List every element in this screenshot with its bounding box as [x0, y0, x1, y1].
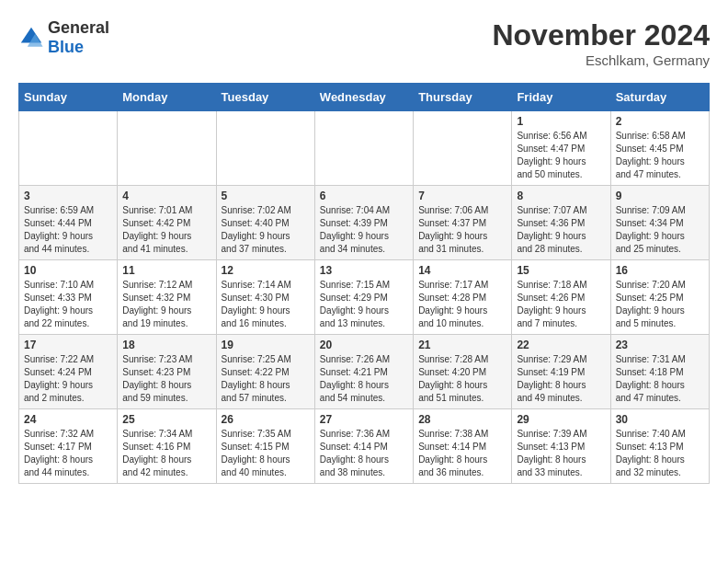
calendar-cell: 14Sunrise: 7:17 AM Sunset: 4:28 PM Dayli… [414, 260, 512, 335]
day-info: Sunrise: 7:01 AM Sunset: 4:42 PM Dayligh… [122, 204, 210, 256]
day-info: Sunrise: 7:09 AM Sunset: 4:34 PM Dayligh… [616, 204, 704, 256]
day-number: 14 [418, 264, 506, 277]
day-info: Sunrise: 7:34 AM Sunset: 4:16 PM Dayligh… [122, 428, 210, 479]
day-info: Sunrise: 7:36 AM Sunset: 4:14 PM Dayligh… [320, 428, 408, 479]
weekday-header-friday: Friday [512, 84, 610, 111]
day-info: Sunrise: 6:58 AM Sunset: 4:45 PM Dayligh… [616, 130, 704, 181]
weekday-header-sunday: Sunday [19, 84, 118, 111]
day-number: 8 [517, 190, 605, 202]
day-number: 25 [122, 413, 210, 426]
day-number: 9 [616, 190, 704, 202]
calendar-cell [19, 111, 118, 186]
day-info: Sunrise: 7:31 AM Sunset: 4:18 PM Dayligh… [616, 353, 704, 405]
day-number: 15 [517, 264, 605, 277]
day-info: Sunrise: 7:38 AM Sunset: 4:14 PM Dayligh… [418, 428, 506, 479]
day-number: 3 [24, 190, 112, 202]
calendar-cell: 7Sunrise: 7:06 AM Sunset: 4:37 PM Daylig… [414, 186, 512, 260]
day-number: 23 [616, 339, 704, 351]
day-number: 21 [418, 339, 506, 351]
day-info: Sunrise: 7:22 AM Sunset: 4:24 PM Dayligh… [24, 353, 112, 405]
weekday-header-thursday: Thursday [414, 84, 512, 111]
day-number: 19 [222, 339, 310, 351]
calendar-cell [314, 111, 413, 186]
calendar-cell [216, 111, 314, 186]
weekday-header-saturday: Saturday [610, 84, 709, 111]
calendar-cell: 28Sunrise: 7:38 AM Sunset: 4:14 PM Dayli… [414, 409, 512, 484]
calendar-table: SundayMondayTuesdayWednesdayThursdayFrid… [18, 83, 710, 484]
day-info: Sunrise: 6:56 AM Sunset: 4:47 PM Dayligh… [517, 130, 605, 181]
day-info: Sunrise: 6:59 AM Sunset: 4:44 PM Dayligh… [24, 204, 112, 256]
calendar-week-4: 17Sunrise: 7:22 AM Sunset: 4:24 PM Dayli… [19, 335, 710, 409]
day-number: 13 [320, 264, 408, 277]
day-info: Sunrise: 7:26 AM Sunset: 4:21 PM Dayligh… [320, 353, 408, 405]
calendar-cell: 15Sunrise: 7:18 AM Sunset: 4:26 PM Dayli… [512, 260, 610, 335]
day-info: Sunrise: 7:17 AM Sunset: 4:28 PM Dayligh… [418, 279, 506, 330]
logo: General Blue [18, 18, 109, 57]
calendar-cell: 27Sunrise: 7:36 AM Sunset: 4:14 PM Dayli… [314, 409, 413, 484]
day-number: 11 [122, 264, 210, 277]
calendar-cell: 6Sunrise: 7:04 AM Sunset: 4:39 PM Daylig… [314, 186, 413, 260]
calendar-cell: 23Sunrise: 7:31 AM Sunset: 4:18 PM Dayli… [610, 335, 709, 409]
day-info: Sunrise: 7:14 AM Sunset: 4:30 PM Dayligh… [222, 279, 310, 330]
calendar-cell: 20Sunrise: 7:26 AM Sunset: 4:21 PM Dayli… [314, 335, 413, 409]
day-info: Sunrise: 7:15 AM Sunset: 4:29 PM Dayligh… [320, 279, 408, 330]
day-info: Sunrise: 7:39 AM Sunset: 4:13 PM Dayligh… [517, 428, 605, 479]
day-number: 18 [122, 339, 210, 351]
day-number: 2 [616, 115, 704, 128]
day-info: Sunrise: 7:29 AM Sunset: 4:19 PM Dayligh… [517, 353, 605, 405]
calendar-cell: 2Sunrise: 6:58 AM Sunset: 4:45 PM Daylig… [610, 111, 709, 186]
calendar-week-2: 3Sunrise: 6:59 AM Sunset: 4:44 PM Daylig… [19, 186, 710, 260]
day-number: 20 [320, 339, 408, 351]
day-info: Sunrise: 7:18 AM Sunset: 4:26 PM Dayligh… [517, 279, 605, 330]
day-number: 28 [418, 413, 506, 426]
day-number: 26 [222, 413, 310, 426]
calendar-week-3: 10Sunrise: 7:10 AM Sunset: 4:33 PM Dayli… [19, 260, 710, 335]
day-number: 29 [517, 413, 605, 426]
month-title: November 2024 [492, 18, 710, 52]
location-text: Eschlkam, Germany [492, 52, 710, 68]
day-number: 16 [616, 264, 704, 277]
day-number: 22 [517, 339, 605, 351]
calendar-header-row: SundayMondayTuesdayWednesdayThursdayFrid… [19, 84, 710, 111]
calendar-cell: 17Sunrise: 7:22 AM Sunset: 4:24 PM Dayli… [19, 335, 118, 409]
day-number: 1 [517, 115, 605, 128]
calendar-cell [118, 111, 216, 186]
calendar-cell: 5Sunrise: 7:02 AM Sunset: 4:40 PM Daylig… [216, 186, 314, 260]
calendar-cell: 10Sunrise: 7:10 AM Sunset: 4:33 PM Dayli… [19, 260, 118, 335]
calendar-cell: 1Sunrise: 6:56 AM Sunset: 4:47 PM Daylig… [512, 111, 610, 186]
day-info: Sunrise: 7:02 AM Sunset: 4:40 PM Dayligh… [222, 204, 310, 256]
day-info: Sunrise: 7:35 AM Sunset: 4:15 PM Dayligh… [222, 428, 310, 479]
calendar-cell: 11Sunrise: 7:12 AM Sunset: 4:32 PM Dayli… [118, 260, 216, 335]
logo-blue-text: Blue [48, 38, 84, 56]
calendar-cell: 25Sunrise: 7:34 AM Sunset: 4:16 PM Dayli… [118, 409, 216, 484]
day-number: 27 [320, 413, 408, 426]
day-number: 4 [122, 190, 210, 202]
day-info: Sunrise: 7:07 AM Sunset: 4:36 PM Dayligh… [517, 204, 605, 256]
day-number: 17 [24, 339, 112, 351]
day-info: Sunrise: 7:28 AM Sunset: 4:20 PM Dayligh… [418, 353, 506, 405]
calendar-cell: 12Sunrise: 7:14 AM Sunset: 4:30 PM Dayli… [216, 260, 314, 335]
calendar-cell: 30Sunrise: 7:40 AM Sunset: 4:13 PM Dayli… [610, 409, 709, 484]
day-info: Sunrise: 7:25 AM Sunset: 4:22 PM Dayligh… [222, 353, 310, 405]
day-number: 10 [24, 264, 112, 277]
calendar-cell: 3Sunrise: 6:59 AM Sunset: 4:44 PM Daylig… [19, 186, 118, 260]
day-number: 12 [222, 264, 310, 277]
day-info: Sunrise: 7:20 AM Sunset: 4:25 PM Dayligh… [616, 279, 704, 330]
day-number: 7 [418, 190, 506, 202]
weekday-header-tuesday: Tuesday [216, 84, 314, 111]
day-info: Sunrise: 7:12 AM Sunset: 4:32 PM Dayligh… [122, 279, 210, 330]
page-header: General Blue November 2024 Eschlkam, Ger… [18, 18, 710, 68]
calendar-cell: 21Sunrise: 7:28 AM Sunset: 4:20 PM Dayli… [414, 335, 512, 409]
weekday-header-wednesday: Wednesday [314, 84, 413, 111]
day-info: Sunrise: 7:40 AM Sunset: 4:13 PM Dayligh… [616, 428, 704, 479]
calendar-cell [414, 111, 512, 186]
logo-general-text: General [48, 18, 109, 37]
calendar-cell: 24Sunrise: 7:32 AM Sunset: 4:17 PM Dayli… [19, 409, 118, 484]
logo-icon [18, 25, 44, 51]
day-number: 5 [222, 190, 310, 202]
calendar-cell: 9Sunrise: 7:09 AM Sunset: 4:34 PM Daylig… [610, 186, 709, 260]
calendar-cell: 18Sunrise: 7:23 AM Sunset: 4:23 PM Dayli… [118, 335, 216, 409]
day-info: Sunrise: 7:04 AM Sunset: 4:39 PM Dayligh… [320, 204, 408, 256]
day-number: 6 [320, 190, 408, 202]
calendar-week-1: 1Sunrise: 6:56 AM Sunset: 4:47 PM Daylig… [19, 111, 710, 186]
